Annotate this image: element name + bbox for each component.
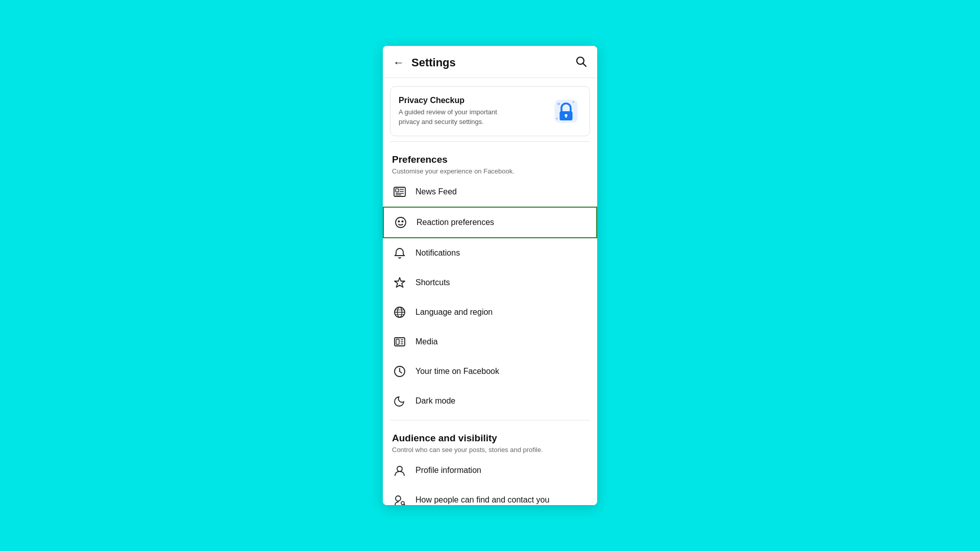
content-area: Privacy Checkup A guided review of your … [383, 78, 597, 505]
news-feed-icon [392, 184, 407, 199]
menu-item-find-contact[interactable]: How people can find and contact you [383, 485, 597, 505]
privacy-checkup-card[interactable]: Privacy Checkup A guided review of your … [390, 86, 590, 136]
preferences-section-header: Preferences Customise your experience on… [383, 146, 597, 177]
audience-section-header: Audience and visibility Control who can … [383, 424, 597, 456]
time-on-facebook-label: Your time on Facebook [415, 367, 499, 376]
svg-line-32 [404, 505, 406, 506]
clock-icon [392, 364, 407, 379]
svg-rect-22 [396, 339, 399, 344]
privacy-card-text: Privacy Checkup A guided review of your … [399, 96, 516, 126]
header-left: ← Settings [393, 56, 456, 69]
notifications-label: Notifications [415, 248, 460, 258]
svg-line-1 [583, 64, 586, 67]
menu-item-dark-mode[interactable]: Dark mode [383, 386, 597, 416]
moon-icon [392, 393, 407, 409]
audience-subtitle: Control who can see your posts, stories … [392, 446, 588, 454]
svg-point-7 [573, 101, 575, 103]
menu-item-media[interactable]: Media [383, 327, 597, 357]
bell-icon [392, 245, 407, 261]
news-feed-label: News Feed [415, 187, 457, 196]
audience-title: Audience and visibility [392, 433, 588, 444]
divider-2 [390, 420, 590, 420]
privacy-card-title: Privacy Checkup [399, 96, 516, 105]
privacy-card-icon [551, 96, 581, 127]
settings-panel: ← Settings Privacy Checkup A guided revi… [383, 46, 597, 505]
svg-rect-5 [566, 115, 567, 118]
preferences-subtitle: Customise your experience on Facebook. [392, 167, 588, 175]
svg-rect-10 [396, 189, 399, 192]
menu-item-reaction-preferences[interactable]: Reaction preferences [383, 207, 597, 238]
find-contact-icon [392, 492, 407, 505]
svg-point-6 [557, 103, 560, 105]
menu-item-time-on-facebook[interactable]: Your time on Facebook [383, 357, 597, 386]
header: ← Settings [383, 46, 597, 78]
svg-point-17 [402, 221, 403, 222]
svg-point-29 [397, 466, 402, 471]
svg-point-8 [556, 118, 558, 120]
profile-icon [392, 463, 407, 478]
divider-1 [390, 141, 590, 142]
search-button[interactable] [575, 55, 587, 70]
menu-item-notifications[interactable]: Notifications [383, 238, 597, 268]
svg-point-15 [396, 217, 406, 228]
preferences-title: Preferences [392, 154, 588, 165]
svg-point-30 [396, 496, 401, 501]
menu-item-profile-information[interactable]: Profile information [383, 456, 597, 485]
svg-point-16 [398, 221, 399, 222]
reaction-preferences-icon [393, 215, 408, 230]
shortcuts-label: Shortcuts [415, 278, 450, 287]
menu-item-news-feed[interactable]: News Feed [383, 177, 597, 207]
media-icon [392, 334, 407, 349]
dark-mode-label: Dark mode [415, 396, 455, 406]
shortcuts-icon [392, 275, 407, 290]
globe-icon [392, 305, 407, 320]
language-region-label: Language and region [415, 308, 493, 317]
profile-information-label: Profile information [415, 466, 481, 475]
page-title: Settings [411, 56, 456, 69]
svg-line-28 [400, 371, 402, 373]
find-contact-label: How people can find and contact you [415, 495, 549, 505]
reaction-preferences-label: Reaction preferences [416, 218, 494, 227]
media-label: Media [415, 337, 438, 346]
menu-item-shortcuts[interactable]: Shortcuts [383, 268, 597, 297]
menu-item-language-region[interactable]: Language and region [383, 297, 597, 327]
back-button[interactable]: ← [393, 56, 404, 69]
privacy-card-description: A guided review of your important privac… [399, 108, 516, 126]
